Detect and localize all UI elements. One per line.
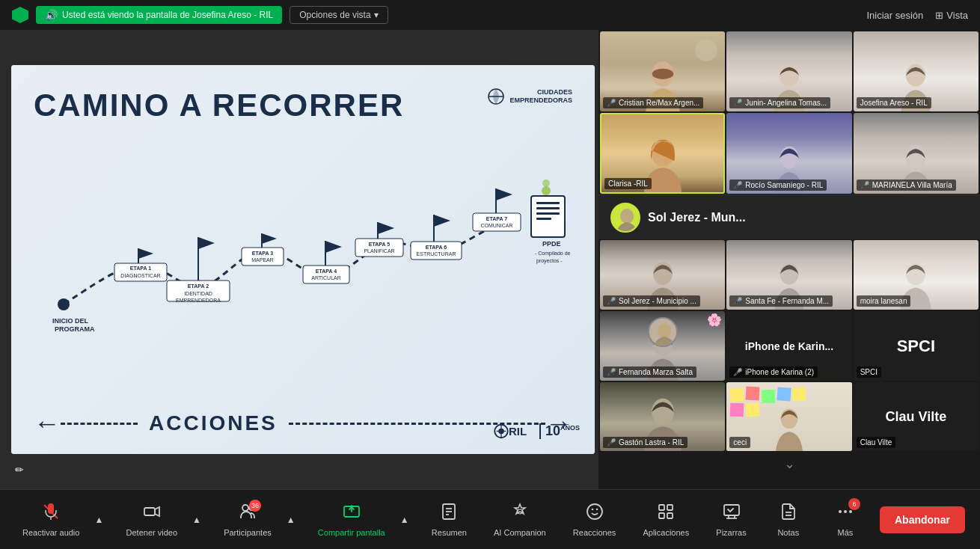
video-cell-spci: SPCI SPCI xyxy=(854,311,979,381)
slide-container: CAMINO A RECORRER CIUDADES EMPRENDEDORAS xyxy=(11,65,595,454)
svg-marker-22 xyxy=(325,241,342,253)
participant-name-gaston: 🎤 Gastón Lastra - RIL xyxy=(603,437,687,448)
participants-panel: 🎤 Cristian Re/Max Argen... 🎤 Junin- Ange… xyxy=(598,30,980,489)
svg-text:PLANIFICAR: PLANIFICAR xyxy=(364,248,394,254)
summary-label: Resumen xyxy=(432,528,467,537)
audio-button[interactable]: Reactivar audio xyxy=(15,498,87,542)
participant-name-fernanda: 🎤 Fernanda Marza Salta xyxy=(603,366,696,378)
edit-icon-button[interactable]: ✏ xyxy=(7,458,31,482)
svg-rect-45 xyxy=(536,218,551,220)
chevron-down-icon: ▾ xyxy=(374,10,379,20)
whiteboard-button[interactable]: Pizarras xyxy=(708,498,753,542)
view-button[interactable]: ⊞ Vista xyxy=(935,10,968,21)
video-icon xyxy=(143,503,161,525)
participant-name-spci: SPCI xyxy=(857,366,881,378)
svg-text:DIAGNOSTICAR: DIAGNOSTICAR xyxy=(120,273,160,278)
svg-text:INICIO DEL: INICIO DEL xyxy=(52,317,89,325)
video-button[interactable]: Detener video xyxy=(119,498,186,542)
video-cell-santafe: 🎤 Santa Fe - Fernanda M... xyxy=(726,240,851,310)
svg-marker-17 xyxy=(262,233,277,244)
video-label: Detener video xyxy=(126,528,178,537)
svg-text:ETAPA 7: ETAPA 7 xyxy=(486,216,507,221)
road-diagram: INICIO DEL PROGRAMA ETAPA 1 DIAGNOSTICAR… xyxy=(11,125,595,349)
participant-name-josefina: Josefina Areso - RIL xyxy=(857,97,931,108)
participants-icon: 36 xyxy=(239,503,257,525)
participant-name-ceci: ceci xyxy=(729,437,750,448)
reactions-button[interactable]: Reacciones xyxy=(566,498,623,542)
ril-logo: RIL 10AÑOS xyxy=(490,422,580,441)
presentation-area: CAMINO A RECORRER CIUDADES EMPRENDEDORAS xyxy=(0,30,598,489)
slide-inner: CAMINO A RECORRER CIUDADES EMPRENDEDORAS xyxy=(11,65,595,454)
view-label: Vista xyxy=(946,10,968,21)
svg-text:RIL: RIL xyxy=(509,425,527,438)
svg-text:ETAPA 5: ETAPA 5 xyxy=(369,242,390,247)
apps-button[interactable]: Aplicaciones xyxy=(635,498,696,542)
svg-point-95 xyxy=(839,510,842,513)
toolbar-group-video: Detener video ▲ xyxy=(119,498,205,542)
summary-button[interactable]: Resumen xyxy=(424,498,474,542)
end-meeting-button[interactable]: Abandonar xyxy=(880,506,965,533)
clau-display-name: Clau Vilte xyxy=(878,409,954,425)
mic-off-icon: 🎤 xyxy=(733,99,742,107)
reactions-label: Reacciones xyxy=(573,528,616,537)
view-options-label: Opciones de vista xyxy=(299,10,370,20)
ai-icon xyxy=(511,503,529,525)
svg-marker-6 xyxy=(138,248,153,259)
svg-rect-73 xyxy=(144,508,155,515)
svg-point-68 xyxy=(658,323,671,338)
apps-label: Aplicaciones xyxy=(643,528,689,537)
svg-text:COMUNICAR: COMUNICAR xyxy=(480,223,512,228)
more-button[interactable]: 6 Más xyxy=(823,498,868,542)
svg-text:PROGRAMA: PROGRAMA xyxy=(55,325,95,333)
video-cell-rocio: 🎤 Rocío Samaniego - RIL xyxy=(726,113,851,194)
svg-rect-86 xyxy=(667,505,673,510)
svg-rect-85 xyxy=(659,505,664,510)
notes-button[interactable]: Notas xyxy=(766,498,811,542)
mic-off-icon: 🎤 xyxy=(607,297,616,305)
svg-marker-11 xyxy=(198,237,215,249)
more-badge: 6 xyxy=(848,498,860,510)
svg-point-74 xyxy=(242,505,248,511)
globe-decoration xyxy=(695,39,717,61)
audio-caret-button[interactable]: ▲ xyxy=(91,512,106,527)
person-silhouette xyxy=(767,402,812,451)
view-options-button[interactable]: Opciones de vista ▾ xyxy=(290,6,388,24)
svg-point-63 xyxy=(620,209,634,224)
audio-label: Reactivar audio xyxy=(22,528,79,537)
svg-rect-43 xyxy=(536,207,560,209)
svg-point-97 xyxy=(849,510,852,513)
participants-count: 36 xyxy=(249,500,261,512)
svg-marker-27 xyxy=(378,222,394,234)
speaker-avatar xyxy=(610,203,640,233)
iphone-display-name: iPhone de Karin... xyxy=(739,340,839,352)
svg-rect-88 xyxy=(667,513,673,518)
top-bar-left: 🔊 Usted está viendo la pantalla de Josef… xyxy=(12,6,388,24)
top-bar: 🔊 Usted está viendo la pantalla de Josef… xyxy=(0,0,980,30)
notification-text: Usted está viendo la pantalla de Josefin… xyxy=(62,10,273,20)
top-bar-right: Iniciar sesión ⊞ Vista xyxy=(866,10,968,21)
participants-label: Participantes xyxy=(224,528,272,537)
toolbar-group-participants: 36 Participantes ▲ xyxy=(216,498,298,542)
video-cell-clau: Clau Vilte Clau Vilte xyxy=(854,382,979,451)
participant-name-angelina: 🎤 Junin- Angelina Tomas... xyxy=(729,97,830,108)
video-caret-button[interactable]: ▲ xyxy=(189,512,204,527)
share-screen-button[interactable]: Compartir pantalla xyxy=(310,498,393,542)
participant-name-moira: moira lanesan xyxy=(857,295,911,307)
svg-text:ETAPA 6: ETAPA 6 xyxy=(426,245,447,250)
main-content: CAMINO A RECORRER CIUDADES EMPRENDEDORAS xyxy=(0,30,980,489)
video-cell-clarisa: Clarisa -RIL xyxy=(600,113,725,194)
ai-label: AI Companion xyxy=(494,528,546,537)
svg-text:ETAPA 3: ETAPA 3 xyxy=(252,251,273,256)
share-caret-button[interactable]: ▲ xyxy=(397,512,412,527)
scroll-down-indicator[interactable]: ⌄ xyxy=(598,453,980,475)
ai-companion-button[interactable]: AI Companion xyxy=(486,498,554,542)
svg-text:ETAPA 4: ETAPA 4 xyxy=(316,269,337,274)
svg-text:proyectos -: proyectos - xyxy=(536,258,563,264)
brand-icon xyxy=(487,88,505,105)
participant-name-clau: Clau Vilte xyxy=(857,437,896,448)
notes-label: Notas xyxy=(777,528,799,537)
participants-caret-button[interactable]: ▲ xyxy=(284,512,298,527)
signin-button[interactable]: Iniciar sesión xyxy=(866,10,923,21)
slide-header: CAMINO A RECORRER CIUDADES EMPRENDEDORAS xyxy=(34,88,572,123)
participants-button[interactable]: 36 Participantes xyxy=(216,498,279,542)
